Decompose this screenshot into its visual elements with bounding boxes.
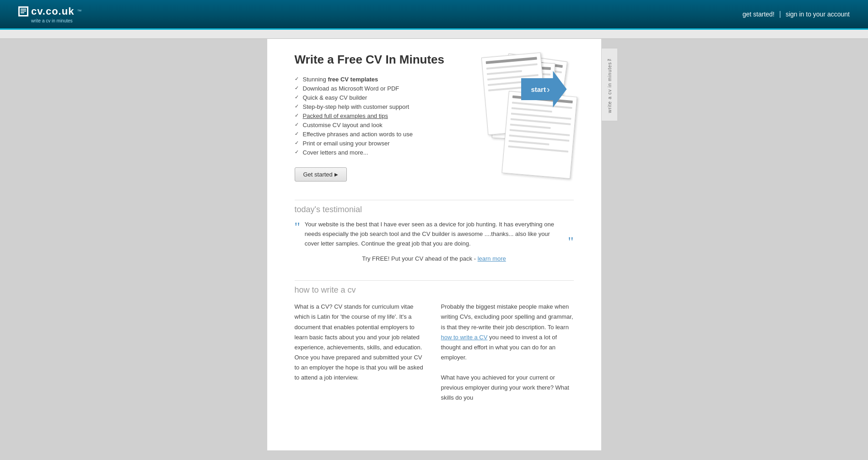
feature-1-bold: free CV templates xyxy=(328,76,378,83)
get-started-button[interactable]: Get started ▶ xyxy=(295,167,347,182)
logo-tm: ™ xyxy=(77,9,81,14)
svg-rect-2 xyxy=(21,11,26,11)
hero-left: Write a Free CV In Minutes Stunning free… xyxy=(295,53,459,182)
features-list: Stunning free CV templates Download as M… xyxy=(295,76,459,156)
feature-1: Stunning free CV templates xyxy=(295,76,459,83)
how-to-write-link[interactable]: how to write a CV xyxy=(441,334,488,341)
learn-more-link[interactable]: learn more xyxy=(478,255,506,262)
try-free-text: Try FREE! Put your CV ahead of the pack … xyxy=(362,255,477,262)
howto-columns: What is a CV? CV stands for curriculum v… xyxy=(295,302,574,403)
hero-section: Write a Free CV In Minutes Stunning free… xyxy=(295,53,574,182)
howto-col2-text: Probably the biggest mistake people make… xyxy=(441,302,574,363)
cv-stack: start› xyxy=(475,53,567,162)
side-tab: write a cv in minutes™ xyxy=(601,48,617,121)
feature-3: Quick & easy CV builder xyxy=(295,94,459,101)
main-wrapper: write a cv in minutes™ Write a Free CV I… xyxy=(0,39,868,450)
logo-area: cv.co.uk™ write a cv in minutes xyxy=(18,5,81,23)
testimonial-section: today's testimonial " Your website is th… xyxy=(295,200,574,262)
quote-close-icon: " xyxy=(568,235,573,248)
howto-col1-text: What is a CV? CV stands for curriculum v… xyxy=(295,302,427,383)
feature-6: Customise CV layout and look xyxy=(295,122,459,128)
nav-links: get started! | sign in to your account xyxy=(743,10,850,18)
howto-col2-part1: Probably the biggest mistake people make… xyxy=(441,303,573,330)
svg-rect-1 xyxy=(21,9,26,10)
quote-open-icon: " xyxy=(295,220,300,234)
get-started-arrow-icon: ▶ xyxy=(334,172,338,177)
feature-5: Packed full of examples and tips xyxy=(295,112,459,119)
header: cv.co.uk™ write a cv in minutes get star… xyxy=(0,0,868,30)
testimonial-body: " Your website is the best that I have e… xyxy=(295,220,574,248)
howto-col2-para2: What have you achieved for your current … xyxy=(441,373,574,403)
try-free-line: Try FREE! Put your CV ahead of the pack … xyxy=(295,255,574,262)
logo-icon xyxy=(18,6,28,16)
howto-col-2: Probably the biggest mistake people make… xyxy=(441,302,574,403)
nav-divider: | xyxy=(779,10,781,18)
feature-9: Cover letters and more... xyxy=(295,149,459,156)
hero-title: Write a Free CV In Minutes xyxy=(295,53,459,67)
content-area: write a cv in minutes™ Write a Free CV I… xyxy=(267,39,601,450)
feature-8: Print or email using your browser xyxy=(295,140,459,147)
howto-col-1: What is a CV? CV stands for curriculum v… xyxy=(295,302,427,403)
logo-tagline: write a cv in minutes xyxy=(31,18,73,23)
subheader xyxy=(0,30,868,39)
testimonial-text: Your website is the best that I have eve… xyxy=(305,220,564,248)
start-arrow-label: start xyxy=(531,86,546,93)
nav-get-started[interactable]: get started! xyxy=(743,11,775,18)
logo-text[interactable]: cv.co.uk xyxy=(31,5,74,17)
howto-section: how to write a cv What is a CV? CV stand… xyxy=(295,280,574,403)
start-arrow-icon: › xyxy=(547,84,550,95)
feature-7: Effective phrases and action words to us… xyxy=(295,131,459,138)
get-started-label: Get started xyxy=(303,171,333,178)
logo-main: cv.co.uk™ xyxy=(18,5,81,17)
svg-rect-3 xyxy=(21,12,24,13)
howto-title: how to write a cv xyxy=(295,285,574,295)
feature-2: Download as Microsoft Word or PDF xyxy=(295,85,459,92)
testimonial-title: today's testimonial xyxy=(295,205,574,214)
nav-sign-in[interactable]: sign in to your account xyxy=(786,11,850,18)
cv-page-4 xyxy=(501,91,577,179)
feature-4: Step-by-step help with customer support xyxy=(295,103,459,110)
hero-right: start› xyxy=(469,53,574,182)
